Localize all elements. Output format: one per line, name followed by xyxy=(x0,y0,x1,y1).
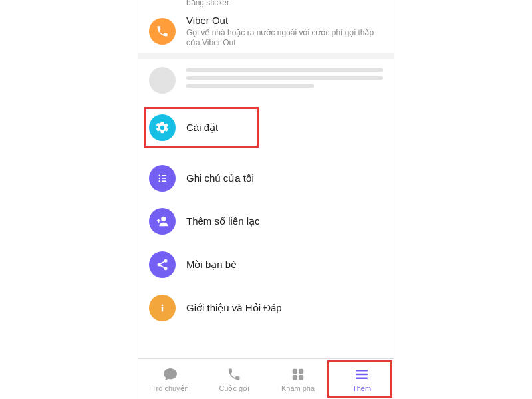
bottom-nav: Trò chuyện Cuộc gọi Khám phá Thêm xyxy=(138,358,394,399)
svg-point-8 xyxy=(158,263,161,267)
avatar-placeholder xyxy=(149,67,176,94)
placeholder-line xyxy=(186,84,314,88)
svg-rect-13 xyxy=(293,369,297,374)
nav-more-label: Thêm xyxy=(352,384,371,392)
call-icon xyxy=(225,366,243,383)
about-label: Giới thiệu và Hỏi Đáp xyxy=(186,302,383,314)
more-content-scroll: bằng sticker Viber Out Gọi về nhà hoặc r… xyxy=(138,0,394,359)
svg-point-0 xyxy=(159,175,161,177)
notes-icon xyxy=(149,165,176,192)
svg-point-1 xyxy=(159,178,161,180)
svg-point-2 xyxy=(159,180,161,182)
svg-point-9 xyxy=(164,267,168,270)
svg-rect-14 xyxy=(299,369,303,374)
viber-out-subtitle: Gọi về nhà hoặc ra nước ngoài với cước p… xyxy=(186,28,383,48)
svg-rect-16 xyxy=(299,375,303,380)
section-divider xyxy=(138,53,394,59)
my-notes-item[interactable]: Ghi chú của tôi xyxy=(149,165,383,192)
info-icon xyxy=(149,295,176,321)
invite-item[interactable]: Mời bạn bè xyxy=(149,251,383,278)
phone-icon xyxy=(149,18,176,45)
placeholder-line xyxy=(186,76,383,80)
svg-point-6 xyxy=(161,217,166,221)
gear-icon xyxy=(149,114,176,141)
svg-rect-18 xyxy=(356,374,368,376)
nav-calls[interactable]: Cuộc gọi xyxy=(202,359,266,399)
settings-label: Cài đặt xyxy=(186,122,257,134)
share-icon xyxy=(149,251,176,278)
about-item[interactable]: Giới thiệu và Hỏi Đáp xyxy=(149,295,383,321)
explore-icon xyxy=(289,366,307,383)
hamburger-icon xyxy=(353,366,370,383)
phone-screen: bằng sticker Viber Out Gọi về nhà hoặc r… xyxy=(138,0,394,399)
svg-point-11 xyxy=(162,305,164,307)
add-contact-label: Thêm số liên lạc xyxy=(186,215,383,227)
settings-item-highlight-box[interactable]: Cài đặt xyxy=(145,108,257,146)
viber-out-title: Viber Out xyxy=(186,15,383,27)
viber-out-item[interactable]: Viber Out Gọi về nhà hoặc ra nước ngoài … xyxy=(149,15,383,48)
placeholder-line xyxy=(186,68,383,72)
svg-rect-19 xyxy=(356,378,368,380)
nav-explore[interactable]: Khám phá xyxy=(266,359,330,399)
svg-rect-12 xyxy=(162,307,163,311)
nav-chats[interactable]: Trò chuyện xyxy=(138,359,202,399)
nav-calls-label: Cuộc gọi xyxy=(219,384,249,393)
svg-rect-17 xyxy=(356,370,368,372)
svg-point-7 xyxy=(164,259,168,263)
nav-chats-label: Trò chuyện xyxy=(152,384,189,393)
invite-label: Mời bạn bè xyxy=(186,259,383,271)
nav-explore-label: Khám phá xyxy=(281,384,315,392)
add-contact-item[interactable]: Thêm số liên lạc xyxy=(149,208,383,235)
chat-icon xyxy=(162,366,179,383)
nav-more[interactable]: Thêm xyxy=(330,359,394,399)
svg-rect-15 xyxy=(293,375,297,380)
my-notes-label: Ghi chú của tôi xyxy=(186,172,383,184)
add-contact-icon xyxy=(149,208,176,235)
profile-placeholder-row[interactable] xyxy=(149,67,383,94)
sticker-market-subtitle-fragment: bằng sticker xyxy=(186,0,229,7)
